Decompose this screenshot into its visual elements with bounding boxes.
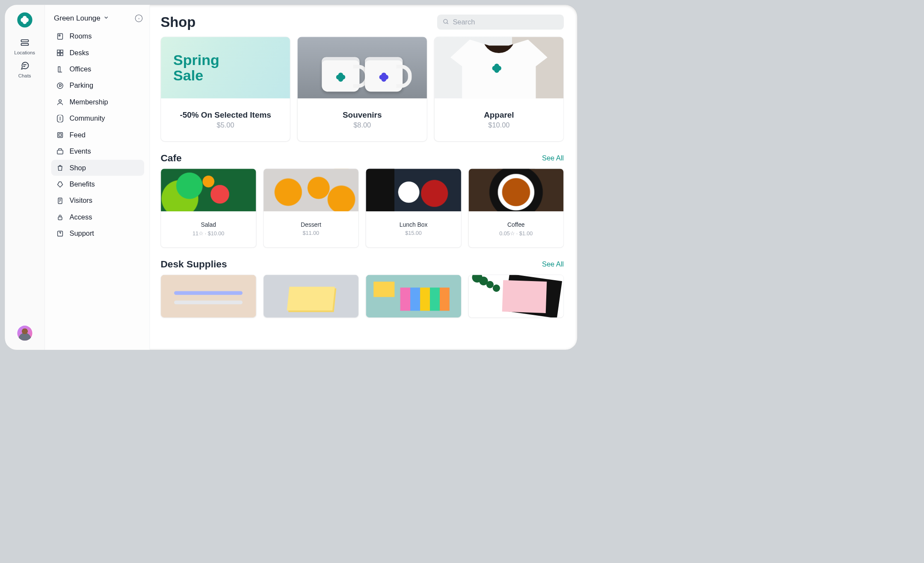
product-card[interactable]: Dessert$11.00 [263,169,358,248]
hero-title: Apparel [437,110,561,119]
hero-title: Souvenirs [300,110,424,119]
app-logo[interactable] [17,12,32,27]
location-switcher[interactable]: Green Lounge [54,14,109,23]
search-input[interactable] [452,18,558,27]
benefits-icon [56,180,64,188]
product-meta: $15.00 [368,230,459,236]
app-window: Locations Chats Green Lounge [5,5,577,350]
nav-item-events[interactable]: Events [51,143,144,159]
hero-price: $8.00 [300,121,424,130]
chats-icon [20,61,30,71]
product-card[interactable]: Salad11☆ · $10.00 [160,169,256,248]
svg-rect-3 [59,35,60,36]
search-box[interactable] [437,15,564,30]
nav-item-label: Visitors [70,196,92,205]
rail-item-label: Locations [14,50,35,56]
hero-image [434,37,563,98]
locations-icon [20,38,30,48]
svg-rect-7 [60,53,63,56]
product-image [366,169,461,211]
rail-item-locations[interactable]: Locations [14,38,35,56]
nav-item-support[interactable]: Support [51,225,144,241]
membership-icon [56,98,64,106]
product-image [264,169,358,211]
nav-item-label: Feed [70,131,86,139]
product-meta: $11.00 [266,230,356,236]
svg-point-16 [444,19,447,23]
support-icon [56,229,64,237]
product-card[interactable]: Coffee0.05☆ · $1.00 [468,169,564,248]
product-image [366,275,461,318]
community-icon [56,114,64,122]
hero-title: -50% On Selected Items [163,110,287,119]
nav-item-rooms[interactable]: Rooms [51,28,144,44]
product-card[interactable] [468,275,564,318]
nav-item-feed[interactable]: Feed [51,127,144,143]
nav-item-benefits[interactable]: Benefits [51,176,144,192]
svg-rect-14 [58,217,62,220]
hero-card[interactable]: Apparel$10.00 [434,37,564,142]
rail-item-chats[interactable]: Chats [18,61,31,79]
product-card[interactable] [366,275,461,318]
section-title: Desk Supplies [160,258,227,270]
offices-icon [56,65,64,73]
product-image [161,275,256,318]
nav-item-label: Support [70,229,94,238]
parking-icon [56,82,64,90]
hero-price: $10.00 [437,121,561,130]
nav-item-label: Parking [70,81,94,90]
product-title: Dessert [266,222,356,228]
nav-item-desks[interactable]: Desks [51,45,144,61]
secondary-nav: Green Lounge RoomsDesksOfficesParkingMem… [45,5,150,350]
product-meta: 11☆ · $10.00 [163,230,254,237]
feed-icon [56,131,64,139]
chevron-down-icon [103,14,109,23]
access-icon [56,213,64,221]
product-card[interactable] [263,275,358,318]
events-icon [56,147,64,155]
nav-item-offices[interactable]: Offices [51,61,144,77]
nav-item-label: Offices [70,65,92,74]
product-image [468,275,563,318]
page-title: Shop [160,14,195,30]
desks-icon [56,49,64,57]
svg-rect-1 [21,43,28,45]
see-all-link[interactable]: See All [542,260,564,269]
nav-item-label: Community [70,114,105,123]
search-icon [442,18,449,26]
info-button[interactable] [135,15,143,22]
product-title: Salad [163,222,254,228]
section-title: Cafe [160,152,181,163]
nav-item-label: Membership [70,98,108,107]
nav-item-label: Benefits [70,180,95,189]
nav-item-label: Access [70,213,92,222]
nav-item-parking[interactable]: Parking [51,77,144,93]
hero-card[interactable]: SpringSale-50% On Selected Items$5.00 [160,37,290,142]
hero-image [298,37,427,98]
mini-rail: Locations Chats [5,5,44,350]
nav-item-access[interactable]: Access [51,209,144,225]
product-card[interactable] [160,275,256,318]
product-card[interactable]: Lunch Box$15.00 [366,169,461,248]
hero-price: $5.00 [163,121,287,130]
visitors-icon [56,197,64,205]
nav-item-label: Events [70,147,91,156]
product-meta: 0.05☆ · $1.00 [471,230,561,237]
main-content: Shop SpringSale-50% On Selected Items$5.… [150,5,577,350]
svg-rect-11 [59,133,62,136]
product-title: Lunch Box [368,222,459,228]
svg-rect-0 [21,40,28,42]
user-avatar[interactable] [17,326,32,341]
location-name: Green Lounge [54,14,101,23]
svg-rect-5 [60,50,63,53]
nav-item-visitors[interactable]: Visitors [51,193,144,208]
see-all-link[interactable]: See All [542,154,564,162]
nav-item-community[interactable]: Community [51,110,144,126]
nav-item-label: Desks [70,48,89,57]
svg-point-8 [57,83,63,88]
svg-point-9 [59,100,62,102]
product-image [468,169,563,211]
nav-item-shop[interactable]: Shop [51,160,144,176]
hero-card[interactable]: Souvenirs$8.00 [297,37,427,142]
nav-item-membership[interactable]: Membership [51,94,144,110]
